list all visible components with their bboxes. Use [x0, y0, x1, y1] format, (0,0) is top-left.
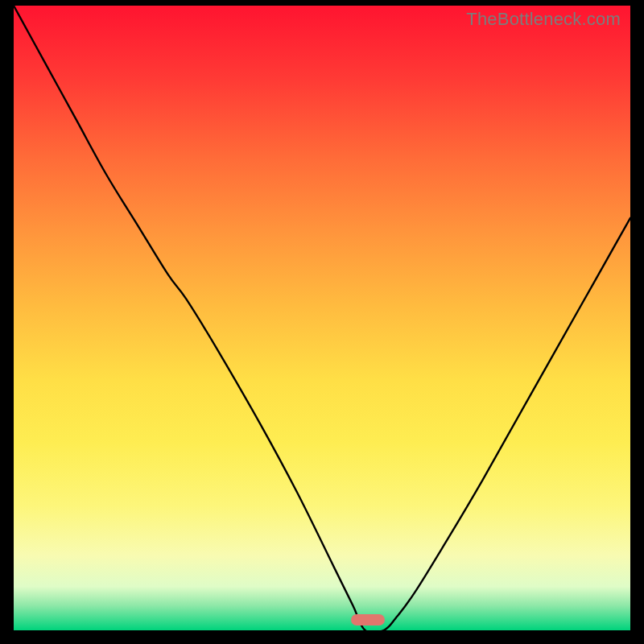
- plot-area: TheBottleneck.com: [14, 6, 630, 630]
- optimal-marker: [351, 614, 385, 625]
- chart-stage: TheBottleneck.com: [0, 0, 644, 644]
- bottleneck-curve: [14, 6, 630, 630]
